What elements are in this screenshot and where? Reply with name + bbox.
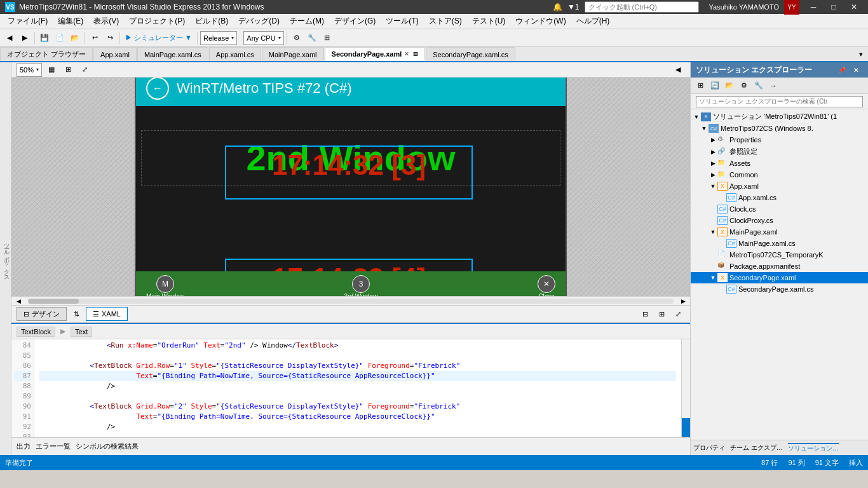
tree-secondary-xaml[interactable]: ▼ X SecondaryPage.xaml bbox=[691, 272, 868, 283]
zoom-grid-1[interactable]: ▦ bbox=[44, 63, 58, 77]
toolbar-open[interactable]: 📂 bbox=[68, 31, 82, 45]
view-split-vert[interactable]: ⊟ bbox=[638, 307, 652, 321]
cpu-dropdown[interactable]: Any CPU ▾ bbox=[243, 31, 283, 45]
scrollbar-thumb[interactable] bbox=[28, 299, 79, 304]
sol-close[interactable]: ✕ bbox=[849, 63, 863, 77]
menu-file[interactable]: ファイル(F) bbox=[3, 15, 53, 28]
menu-debug[interactable]: デバッグ(D) bbox=[233, 15, 285, 28]
zoom-grid-2[interactable]: ⊞ bbox=[61, 63, 75, 77]
toggle-xaml[interactable]: ☰ XAML bbox=[86, 307, 128, 321]
toggle-design[interactable]: ⊟ デザイン bbox=[17, 307, 67, 321]
main-window-button[interactable]: M Main Window bbox=[146, 275, 184, 297]
tab-app-xaml[interactable]: App.xaml bbox=[93, 47, 137, 61]
menu-help[interactable]: ヘルプ(H) bbox=[571, 15, 615, 28]
output-tab[interactable]: 出力 bbox=[17, 442, 31, 451]
third-window-button[interactable]: 3 3rd Window bbox=[344, 275, 378, 297]
tree-temp[interactable]: 📄 MetroTips072CS_TemporaryK bbox=[691, 249, 868, 261]
editor-scrollbar[interactable] bbox=[681, 339, 690, 437]
sol-tb-6[interactable]: → bbox=[766, 79, 780, 93]
scrollbar-track[interactable] bbox=[28, 299, 674, 304]
tree-package[interactable]: 📦 Package.appxmanifest bbox=[691, 261, 868, 272]
solution-tree: ▼ S ソリューション 'MetroTips072Win81' (1 ▼ C# … bbox=[691, 109, 868, 440]
tree-solution[interactable]: ▼ S ソリューション 'MetroTips072Win81' (1 bbox=[691, 111, 868, 123]
tab-secondary-xaml-cs[interactable]: SecondaryPage.xaml.cs bbox=[426, 47, 515, 61]
toolbar-extra-2[interactable]: 🔧 bbox=[305, 31, 319, 45]
solution-search-input[interactable] bbox=[696, 96, 863, 107]
tree-properties[interactable]: ▶ ⚙ Properties bbox=[691, 134, 868, 146]
sol-tb-2[interactable]: 🔄 bbox=[708, 79, 722, 93]
scroll-thumb[interactable] bbox=[682, 418, 690, 437]
quick-launch-input[interactable] bbox=[585, 1, 699, 13]
team-tab[interactable]: チーム エクスプ… bbox=[730, 444, 783, 452]
editor-content[interactable]: 84 85 86 87 88 89 90 91 92 93 <Run x:Nam… bbox=[11, 339, 690, 437]
tb-sep-3 bbox=[119, 32, 120, 44]
sol-tab-bottom[interactable]: ソリューション… bbox=[788, 443, 839, 453]
code-area[interactable]: <Run x:Name="OrderRun" Text="2nd" /> Win… bbox=[34, 339, 681, 437]
menu-edit[interactable]: 編集(E) bbox=[53, 15, 88, 28]
zoom-fit[interactable]: ⤢ bbox=[78, 63, 92, 77]
tree-common[interactable]: ▶ 📁 Common bbox=[691, 169, 868, 180]
config-dropdown[interactable]: Release ▾ bbox=[200, 31, 237, 45]
solution-icon: S bbox=[701, 112, 711, 121]
sol-tb-5[interactable]: 🔧 bbox=[752, 79, 766, 93]
minimize-button[interactable]: ─ bbox=[804, 0, 822, 14]
menu-tools[interactable]: ツール(T) bbox=[381, 15, 423, 28]
toolbar-extra-1[interactable]: ⚙ bbox=[290, 31, 304, 45]
tree-mainpage-xaml[interactable]: ▼ X MainPage.xaml bbox=[691, 226, 868, 238]
tree-app-xaml-cs[interactable]: C# App.xaml.cs bbox=[691, 192, 868, 203]
view-full[interactable]: ⤢ bbox=[671, 307, 685, 321]
view-split-horiz[interactable]: ⊞ bbox=[654, 307, 668, 321]
temp-icon: 📄 bbox=[717, 250, 728, 259]
tab-mainpage-xaml-cs[interactable]: MainPage.xaml.cs bbox=[137, 47, 208, 61]
toggle-swap[interactable]: ⇅ bbox=[69, 307, 83, 321]
tree-references[interactable]: ▶ 🔗 参照設定 bbox=[691, 146, 868, 158]
tree-secondary-xaml-cs[interactable]: C# SecondaryPage.xaml.cs bbox=[691, 283, 868, 295]
toolbar-back[interactable]: ◀ bbox=[3, 31, 17, 45]
toggle-design-icon: ⊟ bbox=[24, 310, 29, 318]
proj-arrow[interactable]: ▼ bbox=[700, 125, 709, 132]
sol-arrow[interactable]: ▼ bbox=[692, 114, 701, 120]
restore-button[interactable]: □ bbox=[825, 0, 843, 14]
tree-app-xaml[interactable]: ▼ X App.xaml bbox=[691, 180, 868, 192]
menu-test[interactable]: テスト(U) bbox=[467, 15, 511, 28]
sol-tb-1[interactable]: ⊞ bbox=[693, 79, 707, 93]
tab-app-xaml-cs[interactable]: App.xaml.cs bbox=[209, 47, 261, 61]
sol-tb-4[interactable]: ⚙ bbox=[737, 79, 751, 93]
sol-pin[interactable]: 📌 bbox=[835, 63, 849, 77]
menu-view[interactable]: 表示(V) bbox=[88, 15, 124, 28]
back-button[interactable]: ← bbox=[146, 78, 169, 100]
menu-team[interactable]: チーム(M) bbox=[285, 15, 329, 28]
tab-overflow[interactable]: ▾ bbox=[854, 47, 868, 61]
close-button[interactable]: ✕ bbox=[845, 0, 863, 14]
tab-mainpage-xaml[interactable]: MainPage.xaml bbox=[262, 47, 324, 61]
error-tab[interactable]: エラー一覧 bbox=[36, 442, 71, 451]
tree-project[interactable]: ▼ C# MetroTips072CS (Windows 8. bbox=[691, 123, 868, 134]
menu-project[interactable]: プロジェクト(P) bbox=[124, 15, 190, 28]
toolbar-forward[interactable]: ▶ bbox=[18, 31, 32, 45]
zoom-scroll-left[interactable]: ◀ bbox=[671, 63, 685, 77]
prop-tab[interactable]: プロパティ bbox=[693, 444, 725, 452]
design-view[interactable]: ← WinRT/Metro TIPS #72 (C#) Message by e… bbox=[11, 78, 690, 296]
tree-assets[interactable]: ▶ 📁 Assets bbox=[691, 158, 868, 169]
tree-clock-cs[interactable]: C# Clock.cs bbox=[691, 203, 868, 215]
toolbar-redo[interactable]: ↪ bbox=[103, 31, 117, 45]
menu-design[interactable]: デザイン(G) bbox=[329, 15, 381, 28]
tab-close-secondary[interactable]: ✕ bbox=[404, 51, 409, 57]
menu-store[interactable]: ストア(S) bbox=[424, 15, 467, 28]
menu-build[interactable]: ビルド(B) bbox=[190, 15, 233, 28]
toolbar-save-all[interactable]: 💾 bbox=[37, 31, 51, 45]
symbol-search-tab[interactable]: シンボルの検索結果 bbox=[76, 442, 139, 451]
tree-clockproxy-cs[interactable]: C# ClockProxy.cs bbox=[691, 215, 868, 226]
tab-secondary-xaml[interactable]: SecondaryPage.xaml ✕ ⊟ bbox=[325, 47, 426, 61]
horizontal-scrollbar[interactable]: ◀ ▶ bbox=[11, 296, 690, 305]
tree-mainpage-xaml-cs[interactable]: C# MainPage.xaml.cs bbox=[691, 238, 868, 249]
zoom-dropdown[interactable]: 50% ▾ bbox=[17, 63, 42, 77]
close-app-button[interactable]: ✕ Close bbox=[538, 275, 555, 297]
toolbar-extra-3[interactable]: ⊞ bbox=[320, 31, 334, 45]
play-button[interactable]: ▶ シミュレーター ▼ bbox=[123, 31, 194, 45]
toolbar-undo[interactable]: ↩ bbox=[88, 31, 102, 45]
tab-object-browser[interactable]: オブジェクト ブラウザー bbox=[0, 47, 93, 61]
toolbar-new[interactable]: 📄 bbox=[53, 31, 67, 45]
menu-window[interactable]: ウィンドウ(W) bbox=[510, 15, 571, 28]
sol-tb-3[interactable]: 📂 bbox=[722, 79, 736, 93]
